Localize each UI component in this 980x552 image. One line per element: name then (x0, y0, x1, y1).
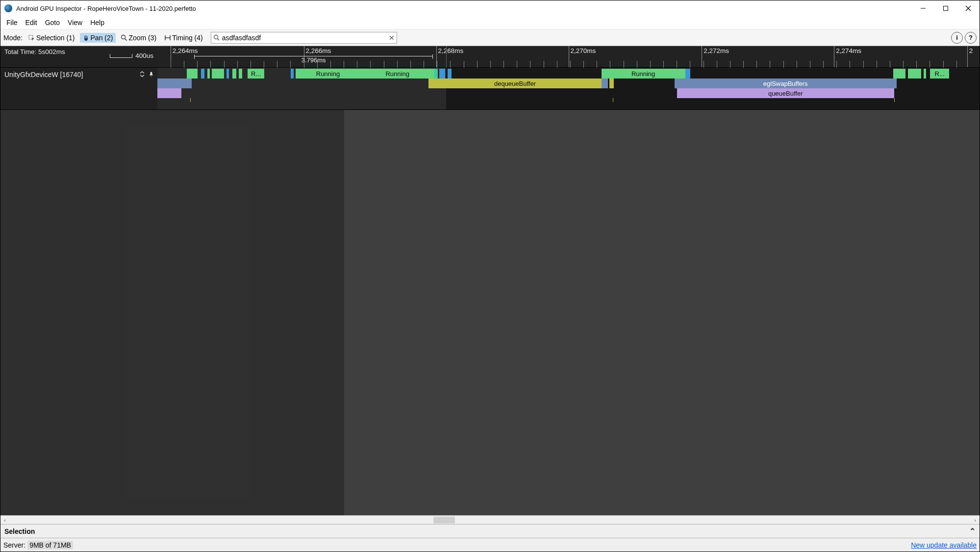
menu-file[interactable]: File (2, 17, 22, 28)
track-name: UnityGfxDeviceW [16740] (4, 71, 83, 79)
mode-selection-button[interactable]: Selection (1) (25, 33, 78, 43)
slice[interactable]: Running (360, 69, 434, 79)
svg-point-5 (122, 35, 126, 39)
scale-label: 400us (135, 52, 153, 59)
slice[interactable] (602, 79, 608, 88)
zoom-range-indicator: 3.796ms (194, 56, 432, 65)
slice[interactable] (448, 69, 452, 79)
slice[interactable] (434, 69, 438, 79)
selection-overlay (0, 110, 344, 515)
slice[interactable]: Running (602, 69, 685, 79)
toolbar: Mode: Selection (1) Pan (2) Zoom (3) Tim… (0, 29, 980, 46)
zoom-icon (121, 34, 127, 41)
slice[interactable] (207, 69, 210, 79)
ruler-tick: 2,270ms (569, 46, 596, 67)
mode-timing-button[interactable]: Timing (4) (161, 33, 206, 43)
slice[interactable] (157, 79, 192, 88)
ruler-left: Total Time: 5s002ms 400us (0, 46, 157, 67)
slice[interactable] (439, 69, 445, 79)
info-icon[interactable]: i (951, 32, 963, 44)
slice[interactable] (685, 69, 690, 79)
track-lane[interactable]: R...RunningRunningRunningR...dequeueBuff… (157, 68, 980, 109)
close-button[interactable] (957, 0, 980, 16)
mode-zoom-label: Zoom (3) (128, 34, 156, 42)
chevron-up-icon[interactable]: ⌃ (969, 526, 976, 536)
svg-rect-1 (944, 6, 948, 11)
window-controls (912, 0, 980, 16)
mode-timing-label: Timing (4) (172, 34, 203, 42)
time-ruler[interactable]: 2,264ms2,266ms2,268ms2,270ms2,272ms2,274… (157, 46, 980, 67)
scroll-right-button[interactable]: › (971, 516, 980, 525)
timeline-empty-area[interactable] (0, 110, 980, 515)
selection-panel-title: Selection (4, 527, 35, 535)
svg-line-6 (125, 38, 127, 40)
statusbar: Server: 9MB of 71MB New update available (0, 538, 980, 552)
scroll-thumb[interactable] (433, 517, 455, 524)
window-title: Android GPU Inspector - RopeHeroViceTown… (16, 5, 912, 12)
titlebar: Android GPU Inspector - RopeHeroViceTown… (0, 0, 980, 16)
slice[interactable] (226, 69, 229, 79)
track-header[interactable]: UnityGfxDeviceW [16740] (0, 68, 157, 109)
memory-usage: 9MB of 71MB (27, 541, 73, 550)
pan-icon (83, 34, 90, 41)
ruler-tick: 2,274ms (834, 46, 861, 67)
menu-goto[interactable]: Goto (41, 17, 64, 28)
slice[interactable] (924, 69, 926, 79)
search-icon (213, 34, 220, 41)
search-box[interactable]: ✕ (211, 32, 397, 44)
menubar: File Edit Goto View Help (0, 16, 980, 29)
pin-icon[interactable] (148, 71, 154, 78)
mode-zoom-button[interactable]: Zoom (3) (118, 33, 159, 43)
mode-label: Mode: (3, 34, 23, 42)
slice[interactable]: dequeueBuffer (428, 79, 601, 88)
menu-edit[interactable]: Edit (22, 17, 41, 28)
update-link[interactable]: New update available (911, 541, 977, 549)
help-icon[interactable]: ? (965, 32, 977, 44)
slice[interactable]: R... (248, 69, 264, 79)
ruler-tick: 2 (967, 46, 973, 67)
scale-indicator: 400us (110, 52, 153, 59)
slice[interactable] (239, 69, 242, 79)
mode-pan-label: Pan (2) (91, 34, 113, 42)
search-input[interactable] (220, 34, 387, 42)
slice[interactable] (609, 79, 613, 88)
mode-selection-label: Selection (1) (36, 34, 75, 42)
timeline-area[interactable]: Total Time: 5s002ms 400us 2,264ms2,266ms… (0, 46, 980, 515)
total-time-label: Total Time: 5s002ms (4, 48, 65, 55)
server-label: Server: (3, 541, 25, 549)
track-row: UnityGfxDeviceW [16740] R...RunningRunni… (0, 68, 980, 110)
ruler-tick: 2,272ms (702, 46, 729, 67)
timing-icon (164, 34, 171, 41)
slice[interactable] (908, 69, 921, 79)
mode-pan-button[interactable]: Pan (2) (80, 33, 116, 43)
slice[interactable] (157, 88, 181, 98)
svg-line-11 (217, 38, 219, 40)
slice[interactable] (291, 69, 294, 79)
menu-help[interactable]: Help (86, 17, 108, 28)
minimize-button[interactable] (912, 0, 934, 16)
selection-icon (28, 34, 35, 41)
ruler-row: Total Time: 5s002ms 400us 2,264ms2,266ms… (0, 46, 980, 68)
collapse-icon[interactable] (139, 71, 146, 78)
selection-panel[interactable]: Selection ⌃ (0, 524, 980, 538)
search-clear-button[interactable]: ✕ (387, 32, 397, 43)
slice[interactable] (212, 69, 224, 79)
menu-view[interactable]: View (64, 17, 86, 28)
app-icon (4, 4, 12, 12)
slice[interactable] (201, 69, 204, 79)
slice[interactable]: Running (296, 69, 360, 79)
slice[interactable] (893, 69, 905, 79)
slice[interactable] (232, 69, 236, 79)
slice[interactable] (187, 69, 198, 79)
slice[interactable]: eglSwapBuffers (675, 79, 897, 88)
maximize-button[interactable] (934, 0, 957, 16)
horizontal-scrollbar[interactable]: ‹ › (0, 515, 980, 524)
slice[interactable]: queueBuffer (677, 88, 894, 98)
slice[interactable]: R... (930, 69, 949, 79)
scroll-left-button[interactable]: ‹ (0, 516, 9, 525)
svg-point-10 (214, 35, 218, 39)
